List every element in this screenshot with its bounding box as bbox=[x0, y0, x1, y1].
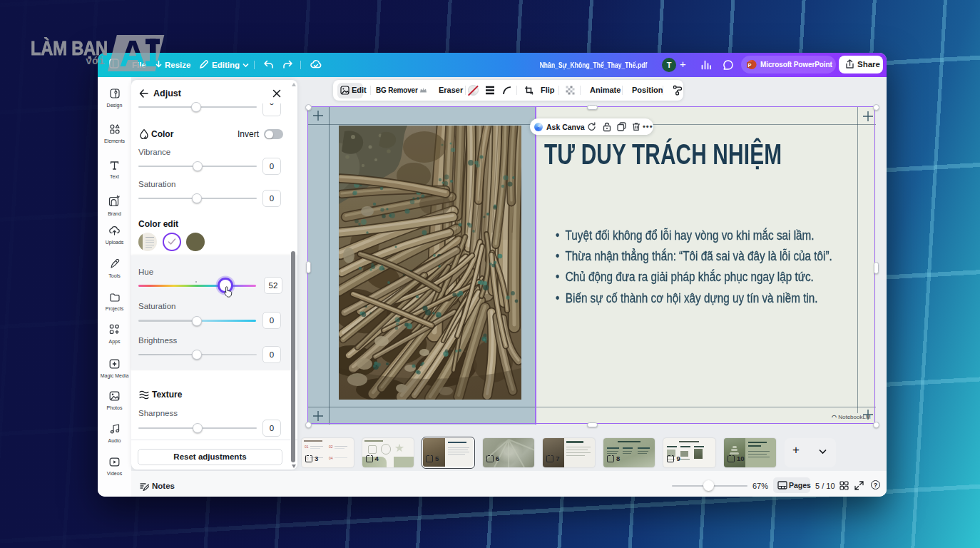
svg-text:P: P bbox=[747, 62, 751, 68]
